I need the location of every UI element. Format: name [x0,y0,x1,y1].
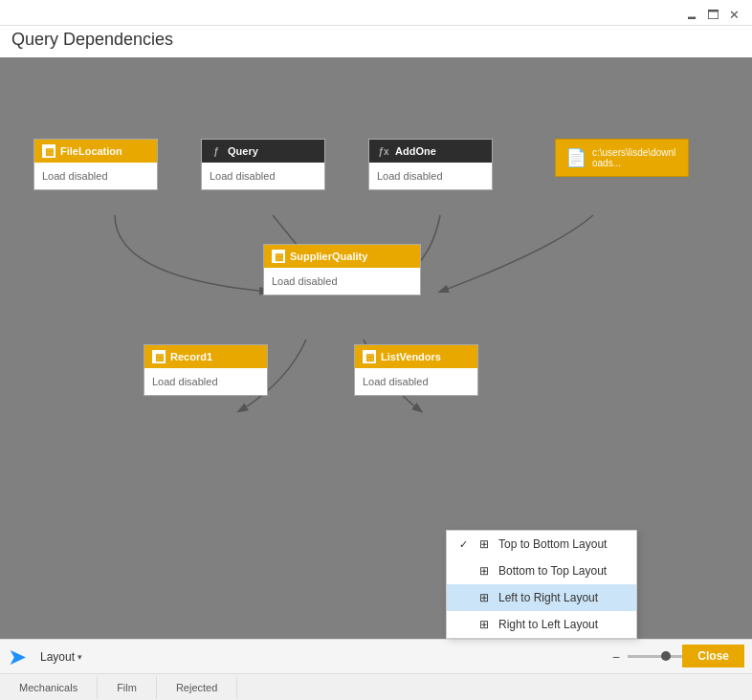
node-record1[interactable]: ▦ Record1 Load disabled [144,344,268,396]
tabs-bar: Mechanicals Film Rejected [0,673,752,700]
node-body-supplier-quality: Load disabled [264,268,420,295]
node-label-supplier-quality: SupplierQuality [290,251,367,262]
grid-icon-2: ⊞ [477,564,491,578]
node-header-add-one: ƒx AddOne [369,140,492,163]
node-add-one[interactable]: ƒx AddOne Load disabled [368,139,493,190]
layout-label: Layout [40,650,75,664]
table-icon: ▦ [42,144,55,158]
window-controls: 🗕 🗖 ✕ [685,8,741,21]
node-header-record1: ▦ Record1 [144,345,267,368]
maximize-button[interactable]: 🗖 [706,8,719,21]
dropdown-label-right-to-left: Right to Left Layout [498,618,598,631]
node-body-query: Load disabled [202,163,324,189]
node-query[interactable]: ƒ Query Load disabled [201,139,325,190]
zoom-thumb [661,651,671,661]
node-label-file-location: FileLocation [60,145,122,157]
node-header-supplier-quality: ▦ SupplierQuality [264,245,420,268]
function-icon-2: ƒx [377,144,390,158]
close-window-button[interactable]: ✕ [727,8,741,21]
empty-check-icon-1 [456,564,470,578]
title-bar: 🗕 🗖 ✕ [0,0,752,26]
tab-mechanicals[interactable]: Mechanicals [0,676,98,699]
layout-dropdown-button[interactable]: Layout ▾ [40,650,82,664]
main-window: 🗕 🗖 ✕ Query Dependencies [0,0,752,700]
table-icon-4: ▦ [363,350,376,363]
empty-check-icon-2 [456,591,470,604]
node-header-list-vendors: ▦ ListVendors [355,345,477,368]
zoom-out-button[interactable]: − [608,647,624,667]
node-file-path[interactable]: 📄 c:\users\lisde\downloads... [555,139,689,177]
tab-rejected[interactable]: Rejected [157,676,237,699]
node-header-query: ƒ Query [202,140,324,163]
checkmark-icon: ✓ [456,537,470,551]
dropdown-label-top-to-bottom: Top to Bottom Layout [498,537,607,551]
grid-icon-4: ⊞ [477,618,491,631]
tab-film[interactable]: Film [98,676,157,699]
chevron-down-icon: ▾ [77,652,82,662]
grid-icon-1: ⊞ [477,537,491,551]
dropdown-label-bottom-to-top: Bottom to Top Layout [498,564,607,578]
minimize-button[interactable]: 🗕 [685,8,698,21]
node-body-add-one: Load disabled [369,163,492,189]
table-icon-3: ▦ [152,350,166,363]
close-button[interactable]: Close [682,645,744,667]
node-supplier-quality[interactable]: ▦ SupplierQuality Load disabled [263,244,421,295]
table-icon-2: ▦ [272,250,285,263]
dropdown-label-left-to-right: Left to Right Layout [498,591,598,604]
node-file-location[interactable]: ▦ FileLocation Load disabled [33,139,158,190]
layout-dropdown-menu: ✓ ⊞ Top to Bottom Layout ⊞ Bottom to Top… [446,530,637,639]
node-label-record1: Record1 [170,351,212,362]
blue-arrow-icon: ➤ [8,644,27,670]
dropdown-item-left-to-right[interactable]: ⊞ Left to Right Layout [447,584,636,611]
node-body-list-vendors: Load disabled [355,368,477,395]
node-body-file-location: Load disabled [34,163,157,189]
bottom-toolbar: ➤ Layout ▾ − + ⊡ Close ✓ ⊞ Top to Bottom… [0,639,752,673]
node-label-add-one: AddOne [395,145,436,157]
node-list-vendors[interactable]: ▦ ListVendors Load disabled [354,344,478,396]
empty-check-icon-3 [456,618,470,631]
dropdown-item-right-to-left[interactable]: ⊞ Right to Left Layout [447,611,636,638]
dropdown-item-bottom-to-top[interactable]: ⊞ Bottom to Top Layout [447,558,636,584]
node-label-query: Query [228,145,258,157]
page-title: Query Dependencies [0,26,752,57]
node-body-record1: Load disabled [144,368,267,395]
grid-icon-3: ⊞ [477,591,491,604]
doc-icon: 📄 [565,147,586,168]
dropdown-item-top-to-bottom[interactable]: ✓ ⊞ Top to Bottom Layout [447,531,636,558]
node-header-file-location: ▦ FileLocation [34,140,157,163]
function-icon: ƒ [210,144,223,158]
node-label-list-vendors: ListVendors [381,351,441,362]
canvas-area: ▦ FileLocation Load disabled ƒ Query Loa… [0,57,752,639]
node-label-file-path: c:\users\lisde\downloads... [592,147,678,168]
